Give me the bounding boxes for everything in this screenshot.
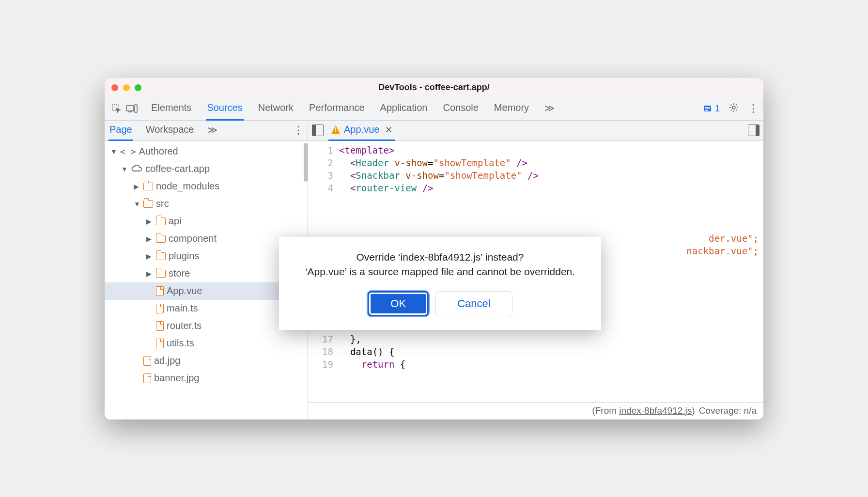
navigator-tabs: Page Workspace ≫ ⋮ [105,121,308,141]
tree-main-ts[interactable]: main.ts [105,300,308,317]
svg-rect-1 [126,106,134,111]
nav-tab-page[interactable]: Page [108,121,133,141]
editor-tab-app-vue[interactable]: ! App.vue ✕ [328,121,395,141]
close-tab-icon[interactable]: ✕ [385,124,392,135]
svg-point-8 [732,106,735,109]
tab-console[interactable]: Console [442,97,479,121]
inspect-icon[interactable] [109,102,123,115]
tab-memory[interactable]: Memory [493,97,530,121]
tabs-overflow-icon[interactable]: ≫ [543,97,556,121]
source-map-link[interactable]: index-8bfa4912.js [619,405,692,416]
tree-node-modules[interactable]: ▶node_modules [105,178,308,195]
tree-src[interactable]: ▼src [105,195,308,213]
svg-rect-6 [705,109,710,109]
file-tree: ▼< >Authored ▼coffee-cart.app ▶node_modu… [105,141,308,419]
tree-scrollbar[interactable] [304,143,308,182]
close-icon[interactable] [111,84,118,91]
nav-tabs-overflow-icon[interactable]: ≫ [206,121,218,141]
authored-icon: < > [120,146,136,156]
devtools-window: DevTools - coffee-cart.app/ Elements Sou… [105,78,763,419]
dialog-buttons: OK Cancel [368,291,512,316]
tree-app-vue[interactable]: App.vue [105,282,308,300]
tree-banner-jpg[interactable]: banner.jpg [105,370,308,387]
cloud-icon [131,163,142,174]
tree-authored[interactable]: ▼< >Authored [105,143,308,160]
svg-rect-7 [705,110,708,111]
minimize-icon[interactable] [123,84,130,91]
warning-icon: ! [331,125,340,134]
tab-performance[interactable]: Performance [308,97,366,121]
tree-site[interactable]: ▼coffee-cart.app [105,160,308,178]
folder-icon [156,252,166,260]
file-icon [143,356,151,366]
folder-icon [156,235,166,243]
toggle-navigator-icon[interactable] [312,124,324,136]
main-toolbar: Elements Sources Network Performance App… [105,97,763,121]
toggle-debugger-icon[interactable] [748,124,760,136]
nav-tab-workspace[interactable]: Workspace [145,121,195,141]
traffic-lights [111,84,141,91]
tree-plugins[interactable]: ▶plugins [105,248,308,265]
dialog-title: Override ‘index-8bfa4912.js’ instead? [356,251,524,263]
file-icon [156,286,164,296]
file-icon [156,321,164,331]
tab-network[interactable]: Network [257,97,294,121]
editor-tabs: ! App.vue ✕ [308,121,763,141]
tree-utils-ts[interactable]: utils.ts [105,335,308,352]
toolbar-right: 1 ⋮ [703,102,759,115]
folder-icon [143,183,153,190]
tree-component[interactable]: ▶component [105,230,308,248]
nav-more-icon[interactable]: ⋮ [293,124,304,137]
window-title: DevTools - coffee-cart.app/ [378,82,490,93]
tab-sources[interactable]: Sources [206,97,243,121]
panel-tabs: Elements Sources Network Performance App… [150,97,701,121]
folder-icon [156,270,166,278]
dialog-subtitle: ‘App.vue’ is a source mapped file and ca… [305,266,575,278]
file-icon [156,304,164,313]
file-icon [143,373,151,383]
tree-api[interactable]: ▶api [105,213,308,230]
navigator-sidebar: Page Workspace ≫ ⋮ ▼< >Authored ▼coffee-… [105,121,308,419]
cancel-button[interactable]: Cancel [435,291,512,316]
issues-badge[interactable]: 1 [703,104,720,114]
coverage-label: Coverage: n/a [699,405,757,416]
maximize-icon[interactable] [135,84,141,91]
override-dialog: Override ‘index-8bfa4912.js’ instead? ‘A… [279,237,601,330]
settings-icon[interactable] [728,102,739,115]
tab-elements[interactable]: Elements [150,97,192,121]
titlebar: DevTools - coffee-cart.app/ [105,78,763,97]
tree-store[interactable]: ▶store [105,265,308,282]
tree-ad-jpg[interactable]: ad.jpg [105,352,308,370]
tree-router-ts[interactable]: router.ts [105,317,308,335]
more-icon[interactable]: ⋮ [748,102,759,115]
editor-tab-label: App.vue [344,124,379,135]
folder-icon [143,200,153,208]
issue-count: 1 [715,104,720,114]
folder-icon [156,217,166,225]
svg-rect-3 [135,105,137,112]
source-map-from: (From index-8bfa4912.js) [592,405,695,416]
file-icon [156,339,164,348]
tab-application[interactable]: Application [379,97,429,121]
svg-rect-5 [705,107,710,108]
device-icon[interactable] [125,102,139,115]
editor-statusbar: (From index-8bfa4912.js) Coverage: n/a [308,402,763,419]
ok-button[interactable]: OK [368,291,429,316]
